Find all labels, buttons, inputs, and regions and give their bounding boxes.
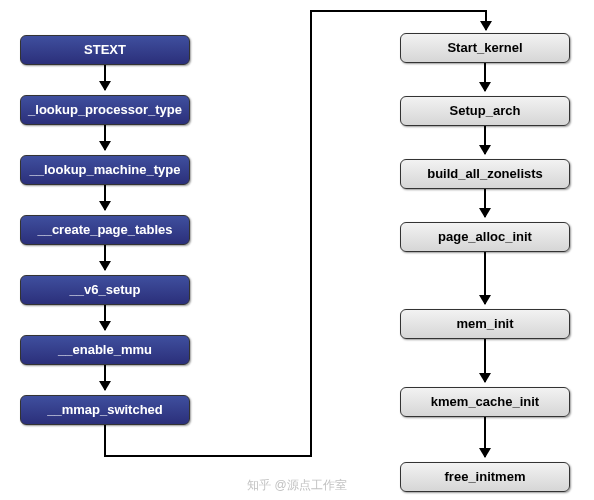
flowchart-canvas: STEXT _lookup_processor_type __lookup_ma… — [0, 0, 594, 500]
node-label: build_all_zonelists — [427, 167, 543, 181]
node-label: __mmap_switched — [47, 403, 163, 417]
node-label: page_alloc_init — [438, 230, 532, 244]
connector-line — [310, 10, 485, 12]
arrow-down-icon — [484, 417, 486, 457]
node-label: kmem_cache_init — [431, 395, 539, 409]
arrow-down-icon — [104, 65, 106, 90]
node-label: __enable_mmu — [58, 343, 152, 357]
node-stext: STEXT — [20, 35, 190, 65]
node-label: __v6_setup — [70, 283, 141, 297]
node-setup-arch: Setup_arch — [400, 96, 570, 126]
node-mem-init: mem_init — [400, 309, 570, 339]
arrow-down-icon — [484, 126, 486, 154]
node-kmem-cache-init: kmem_cache_init — [400, 387, 570, 417]
arrow-down-icon — [104, 365, 106, 390]
node-label: STEXT — [84, 43, 126, 57]
node-build-all-zonelists: build_all_zonelists — [400, 159, 570, 189]
node-free-initmem: free_initmem — [400, 462, 570, 492]
node-mmap-switched: __mmap_switched — [20, 395, 190, 425]
connector-line — [104, 425, 106, 455]
node-label: free_initmem — [445, 470, 526, 484]
arrow-down-icon — [104, 185, 106, 210]
node-page-alloc-init: page_alloc_init — [400, 222, 570, 252]
arrow-down-icon — [485, 10, 487, 30]
arrow-down-icon — [104, 245, 106, 270]
node-label: Setup_arch — [450, 104, 521, 118]
node-label: Start_kernel — [447, 41, 522, 55]
node-lookup-processor-type: _lookup_processor_type — [20, 95, 190, 125]
arrow-down-icon — [484, 189, 486, 217]
arrow-down-icon — [484, 63, 486, 91]
node-start-kernel: Start_kernel — [400, 33, 570, 63]
node-enable-mmu: __enable_mmu — [20, 335, 190, 365]
node-label: _lookup_processor_type — [28, 103, 182, 117]
arrow-down-icon — [104, 305, 106, 330]
node-label: __lookup_machine_type — [30, 163, 181, 177]
node-v6-setup: __v6_setup — [20, 275, 190, 305]
connector-line — [310, 10, 312, 457]
arrow-down-icon — [104, 125, 106, 150]
arrow-down-icon — [484, 339, 486, 382]
connector-line — [104, 455, 310, 457]
arrow-down-icon — [484, 252, 486, 304]
node-create-page-tables: __create_page_tables — [20, 215, 190, 245]
node-label: mem_init — [456, 317, 513, 331]
watermark-text: 知乎 @源点工作室 — [247, 477, 347, 494]
node-label: __create_page_tables — [37, 223, 172, 237]
node-lookup-machine-type: __lookup_machine_type — [20, 155, 190, 185]
